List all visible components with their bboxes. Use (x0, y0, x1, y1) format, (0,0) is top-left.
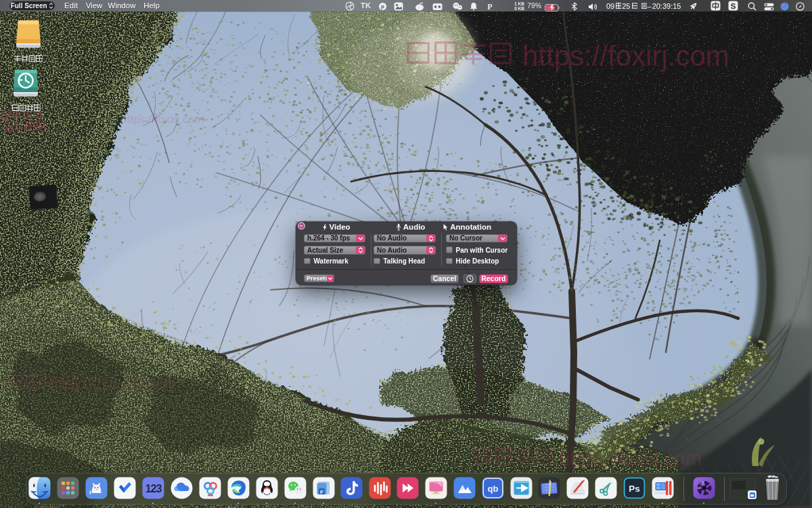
svg-text:https://foxirj.com: https://foxirj.com (120, 113, 204, 126)
svg-text:F: F (320, 489, 323, 495)
svg-text:S: S (731, 2, 736, 10)
svg-text:https://foxirj: https://foxirj (83, 373, 173, 394)
svg-text:123: 123 (145, 483, 162, 494)
svg-text:P: P (487, 2, 492, 11)
svg-text:Ps: Ps (629, 484, 640, 494)
svg-text:https://foxirj.com: https://foxirj.com (522, 40, 729, 72)
svg-text:https://foxirj.com: https://foxirj.com (559, 448, 702, 469)
svg-text:qb: qb (487, 484, 498, 494)
svg-text:p: p (381, 3, 384, 9)
